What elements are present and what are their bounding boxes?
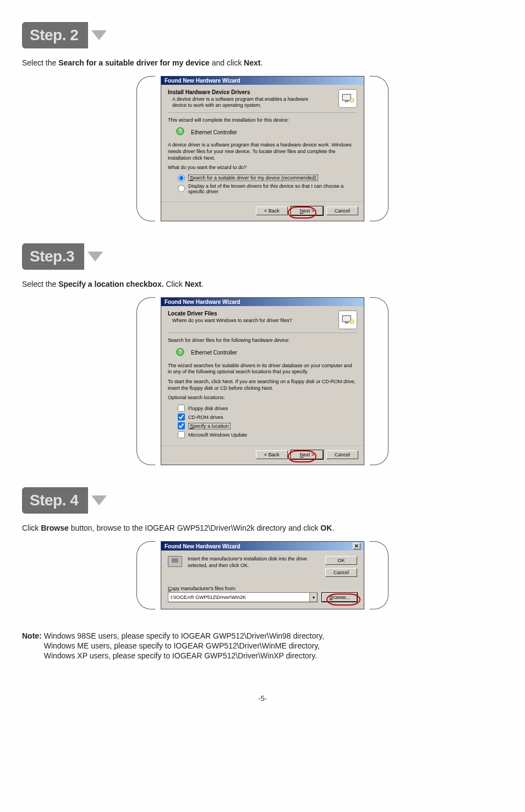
para-complete: This wizard will complete the installati… bbox=[168, 117, 357, 124]
check-floppy[interactable]: Floppy disk drives bbox=[178, 405, 357, 412]
check-wu-input[interactable] bbox=[178, 431, 185, 438]
step-2-figure: Found New Hardware Wizard Install Hardwa… bbox=[22, 76, 503, 221]
copy-from-label: Copy manufacturer's files from: bbox=[161, 582, 364, 592]
down-arrow-icon bbox=[91, 30, 107, 40]
wizard-dialog-step2: Found New Hardware Wizard Install Hardwa… bbox=[161, 76, 364, 221]
check-cdrom-input[interactable] bbox=[178, 413, 185, 421]
dialog-subheading: Where do you want Windows to search for … bbox=[172, 318, 292, 324]
radio-display-list[interactable]: Display a list of the known drivers for … bbox=[178, 183, 357, 194]
frame-curve-right bbox=[370, 297, 389, 465]
device-row: ? Ethernet Controller bbox=[176, 127, 357, 138]
optional-label: Optional search locations: bbox=[168, 395, 357, 401]
note-section: Note: Windows 98SE users, please specify… bbox=[22, 631, 503, 661]
svg-point-2 bbox=[350, 99, 354, 102]
dialog-title: Found New Hardware Wizard bbox=[165, 543, 240, 549]
wizard-icon bbox=[338, 310, 357, 329]
page-number: -5- bbox=[22, 694, 503, 702]
note-label: Note: bbox=[22, 631, 44, 661]
note-body: Windows 98SE users, please specify to IO… bbox=[44, 631, 324, 661]
floppy-icon bbox=[168, 556, 182, 567]
back-button[interactable]: < Back bbox=[256, 450, 288, 459]
radio-display-label: Display a list of the known drivers for … bbox=[188, 183, 357, 194]
frame-curve-left bbox=[136, 541, 155, 609]
step-3-figure: Found New Hardware Wizard Locate Driver … bbox=[22, 297, 503, 465]
check-floppy-label: Floppy disk drives bbox=[188, 406, 228, 411]
radio-search-label: Search for a suitable driver for my devi… bbox=[188, 175, 318, 181]
step-2-badge: Step. 2 bbox=[22, 22, 88, 48]
check-cdrom-label: CD-ROM drives bbox=[188, 415, 223, 420]
back-button[interactable]: < Back bbox=[256, 206, 288, 215]
ok-button[interactable]: OK bbox=[325, 556, 357, 565]
svg-text:?: ? bbox=[179, 128, 182, 134]
frame-curve-left bbox=[136, 76, 155, 221]
step-4-instruction: Click Browse button, browse to the IOGEA… bbox=[22, 524, 503, 532]
cancel-button[interactable]: Cancel bbox=[326, 450, 358, 459]
device-name: Ethernet Controller bbox=[191, 129, 237, 135]
svg-rect-5 bbox=[342, 315, 351, 321]
check-specify[interactable]: Specify a location bbox=[178, 422, 357, 429]
para-driver-desc: A device driver is a software program th… bbox=[168, 142, 357, 161]
dialog-title: Found New Hardware Wizard bbox=[165, 78, 240, 84]
note-line-2: Windows ME users, please specify to IOGE… bbox=[44, 641, 324, 650]
note-line-3: Windows XP users, please specify to IOGE… bbox=[44, 651, 324, 660]
svg-text:?: ? bbox=[179, 348, 182, 355]
question-icon: ? bbox=[176, 127, 187, 138]
device-row: ? Ethernet Controller bbox=[176, 347, 357, 358]
wizard-icon bbox=[338, 89, 357, 108]
insert-message: Insert the manufacturer's installation d… bbox=[188, 556, 320, 569]
step-4-badge: Step. 4 bbox=[22, 487, 88, 514]
svg-rect-0 bbox=[342, 94, 351, 100]
step-2-instruction: Select the Search for a suitable driver … bbox=[22, 58, 503, 67]
radio-display-input[interactable] bbox=[178, 185, 185, 192]
check-wu-label: Microsoft Windows Update bbox=[188, 432, 247, 438]
wizard-dialog-step4: Found New Hardware Wizard ✕ Insert the m… bbox=[161, 541, 364, 609]
question-icon: ? bbox=[176, 347, 187, 358]
next-button[interactable]: Next > bbox=[291, 206, 323, 215]
svg-rect-1 bbox=[345, 100, 349, 102]
para-question: What do you want the wizard to do? bbox=[168, 165, 357, 171]
check-cdrom[interactable]: CD-ROM drives bbox=[178, 413, 357, 421]
wizard-dialog-step3: Found New Hardware Wizard Locate Driver … bbox=[161, 297, 364, 465]
frame-curve-right bbox=[370, 541, 389, 609]
close-icon[interactable]: ✕ bbox=[353, 543, 360, 549]
step-3-badge: Step.3 bbox=[22, 243, 84, 270]
frame-curve-left bbox=[136, 297, 155, 465]
check-specify-input[interactable] bbox=[178, 422, 185, 429]
path-combobox[interactable]: ▼ bbox=[168, 592, 318, 602]
svg-rect-6 bbox=[345, 321, 349, 323]
frame-curve-right bbox=[370, 76, 389, 221]
para-wizard-search: The wizard searches for suitable drivers… bbox=[168, 363, 357, 375]
step-3-instruction: Select the Specify a location checkbox. … bbox=[22, 280, 503, 288]
cancel-button[interactable]: Cancel bbox=[326, 206, 358, 215]
down-arrow-icon bbox=[91, 495, 107, 505]
step-2-header: Step. 2 bbox=[22, 22, 107, 48]
check-windows-update[interactable]: Microsoft Windows Update bbox=[178, 431, 357, 438]
note-line-1: Windows 98SE users, please specify to IO… bbox=[44, 631, 324, 640]
radio-search-input[interactable] bbox=[178, 175, 185, 182]
titlebar: Found New Hardware Wizard bbox=[161, 77, 364, 85]
browse-button[interactable]: Browse... bbox=[322, 593, 357, 602]
path-input[interactable] bbox=[168, 593, 309, 602]
check-specify-label: Specify a location bbox=[188, 423, 231, 429]
titlebar: Found New Hardware Wizard bbox=[161, 298, 364, 306]
device-name: Ethernet Controller bbox=[191, 350, 237, 356]
down-arrow-icon bbox=[88, 252, 103, 261]
next-button[interactable]: Next > bbox=[291, 450, 323, 459]
step-3-header: Step.3 bbox=[22, 243, 103, 270]
dialog-heading: Locate Driver Files bbox=[168, 310, 292, 317]
step-4-figure: Found New Hardware Wizard ✕ Insert the m… bbox=[22, 541, 503, 609]
svg-point-7 bbox=[350, 320, 354, 324]
dialog-heading: Install Hardware Device Drivers bbox=[168, 89, 321, 95]
dropdown-icon[interactable]: ▼ bbox=[309, 593, 317, 602]
check-floppy-input[interactable] bbox=[178, 405, 185, 412]
para-search: Search for driver files for the followin… bbox=[168, 337, 357, 344]
radio-search[interactable]: Search for a suitable driver for my devi… bbox=[178, 175, 357, 182]
titlebar: Found New Hardware Wizard ✕ bbox=[161, 542, 364, 551]
para-start-search: To start the search, click Next. If you … bbox=[168, 379, 357, 391]
step-4-header: Step. 4 bbox=[22, 487, 107, 514]
cancel-button[interactable]: Cancel bbox=[325, 568, 357, 577]
dialog-title: Found New Hardware Wizard bbox=[165, 299, 240, 305]
dialog-subheading: A device driver is a software program th… bbox=[172, 96, 321, 109]
